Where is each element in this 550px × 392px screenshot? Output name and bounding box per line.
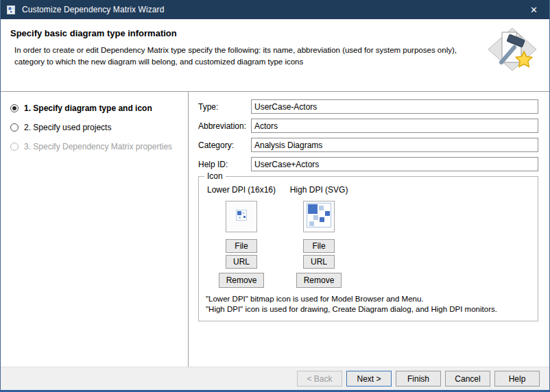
lower-dpi-header: Lower DPI (16x16) [207, 185, 276, 195]
high-dpi-file-button[interactable]: File [303, 239, 335, 253]
wizard-header: Specify basic diagram type information I… [1, 19, 549, 92]
close-icon: ✕ [530, 5, 538, 15]
cancel-button[interactable]: Cancel [445, 371, 490, 387]
lower-dpi-file-button[interactable]: File [226, 239, 257, 253]
next-button[interactable]: Next > [346, 371, 392, 387]
wizard-step-3: 3. Specify Dependency Matrix properties [10, 142, 180, 151]
step-label: 3. Specify Dependency Matrix properties [24, 142, 172, 151]
form-row-category: Category: [198, 138, 538, 152]
radio-icon [10, 143, 19, 151]
wizard-graphic-icon [488, 27, 537, 74]
radio-icon [10, 123, 19, 132]
high-dpi-url-button[interactable]: URL [303, 255, 335, 269]
lower-dpi-url-button[interactable]: URL [226, 255, 257, 269]
icon-usage-notes: "Lower DPI" bitmap icon is used for Mode… [206, 294, 531, 315]
back-button: < Back [297, 371, 342, 387]
icon-group-legend: Icon [204, 171, 226, 181]
wizard-dialog: Customize Dependency Matrix Wizard ✕ Spe… [0, 0, 550, 392]
high-dpi-preview [303, 201, 335, 232]
wizard-step-2[interactable]: 2. Specify used projects [10, 123, 180, 132]
form-row-abbreviation: Abbreviation: [198, 119, 538, 133]
icon-groupbox: Icon Lower DPI (16x16) [198, 176, 538, 321]
step-label: 2. Specify used projects [24, 123, 111, 132]
step-content: Type: Abbreviation: Category: Help ID: I… [189, 92, 549, 367]
wizard-body: 1. Specify diagram type and icon 2. Spec… [1, 92, 549, 367]
finish-button[interactable]: Finish [396, 371, 441, 387]
lower-dpi-remove-button[interactable]: Remove [219, 273, 264, 288]
high-dpi-column: High DPI (SVG) [287, 185, 351, 288]
category-input[interactable] [251, 138, 538, 152]
help-id-label: Help ID: [198, 160, 251, 169]
footer-button-bar: < Back Next > Finish Cancel Help [1, 367, 549, 390]
form-row-type: Type: [198, 99, 538, 114]
wizard-step-1[interactable]: 1. Specify diagram type and icon [10, 103, 180, 113]
abbreviation-label: Abbreviation: [198, 121, 251, 131]
icon-usage-note: "Lower DPI" bitmap icon is used for Mode… [206, 294, 531, 304]
matrix-icon-small [236, 210, 247, 223]
radio-selected-icon [10, 104, 19, 112]
type-label: Type: [198, 102, 251, 112]
high-dpi-header: High DPI (SVG) [290, 185, 348, 195]
abbreviation-input[interactable] [251, 119, 538, 133]
page-description: In order to create or edit Dependency Ma… [14, 45, 478, 67]
form-row-help-id: Help ID: [198, 157, 538, 171]
lower-dpi-column: Lower DPI (16x16) [207, 185, 276, 288]
titlebar: Customize Dependency Matrix Wizard ✕ [1, 0, 549, 19]
close-button[interactable]: ✕ [518, 0, 549, 19]
icon-columns: Lower DPI (16x16) [207, 185, 531, 288]
app-icon [6, 4, 17, 15]
category-label: Category: [198, 140, 251, 150]
help-button[interactable]: Help [494, 371, 540, 387]
icon-usage-note: "High DPI" icon is used for drawing, Cre… [206, 304, 531, 315]
high-dpi-remove-button[interactable]: Remove [296, 273, 342, 288]
steps-panel: 1. Specify diagram type and icon 2. Spec… [1, 92, 189, 367]
page-title: Specify basic diagram type information [10, 28, 540, 38]
matrix-icon-large [307, 203, 331, 230]
lower-dpi-preview [226, 201, 257, 232]
type-input[interactable] [251, 99, 538, 114]
step-label: 1. Specify diagram type and icon [24, 103, 152, 113]
help-id-input[interactable] [251, 157, 538, 171]
window-title: Customize Dependency Matrix Wizard [22, 5, 164, 14]
